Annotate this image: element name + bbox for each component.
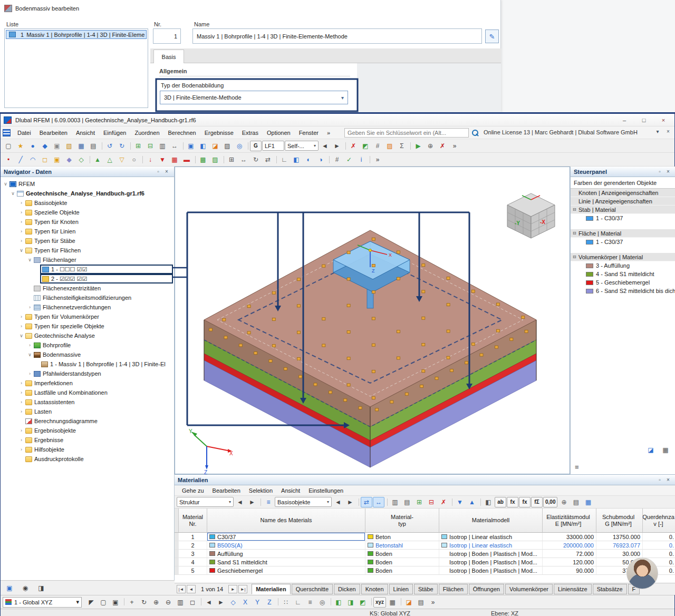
coordinate-system-combo[interactable]: 1 - Global XYZ ▾ — [3, 597, 82, 608]
tree-item[interactable]: › Lastassistenten — [1, 397, 174, 407]
expander-icon[interactable]: ∨ — [27, 257, 33, 262]
expander-icon[interactable]: › — [18, 324, 24, 329]
guidelines-icon[interactable]: ▥ — [157, 141, 168, 151]
zoom-all-icon[interactable]: ◻ — [187, 597, 198, 608]
measure-icon[interactable]: ∟ — [278, 154, 290, 165]
cat-prev-icon[interactable]: ◄ — [332, 497, 344, 507]
select-pointer-icon[interactable]: ◤ — [85, 597, 97, 608]
table-tab[interactable]: Stäbe — [414, 584, 438, 594]
toolbar-icon[interactable] — [181, 141, 185, 151]
table-category-combo[interactable]: Basisobjekte ▾ — [275, 497, 332, 507]
insert-row-icon[interactable]: ⊞ — [413, 497, 425, 507]
insert-opening-icon[interactable]: ▣ — [51, 154, 63, 165]
row-selector[interactable] — [175, 550, 179, 558]
workplane-xz-icon[interactable]: ◨ — [345, 597, 356, 608]
float-panel-icon[interactable]: ▫ — [655, 477, 664, 483]
panel-row[interactable]: Knoten | Anzeigeeigenschaften — [571, 189, 675, 197]
copy-object-icon[interactable]: ⊞ — [226, 154, 237, 165]
view-toolbar-icon[interactable] — [199, 597, 202, 607]
tree-item[interactable]: › Basisobjekte — [1, 198, 174, 208]
snap-grid-icon[interactable]: ∷ — [280, 597, 292, 608]
toolbar-icon[interactable] — [274, 155, 278, 164]
column-header[interactable]: Material- typ — [365, 509, 439, 532]
table-edit-icon[interactable]: ⊟ — [144, 141, 156, 151]
tree-item[interactable]: › Lastfälle und Kombinationen — [1, 388, 174, 397]
table-tab[interactable]: Liniensätze — [554, 584, 592, 594]
massive-list[interactable]: 1 Massiv 1 | Bohrprofile | 1-4 | 3D | Fi… — [4, 28, 148, 108]
prev-table-button[interactable]: ◄ — [187, 585, 196, 593]
view-mode-icon[interactable]: ◧ — [483, 497, 494, 507]
view-toolbar-icon[interactable] — [276, 597, 279, 607]
table-menu-item[interactable]: Selektion — [245, 486, 277, 495]
keyword-search[interactable] — [344, 128, 469, 138]
table-tab[interactable]: Stabsätze — [593, 584, 627, 594]
tree-item[interactable]: › Ergebnisobjekte — [1, 426, 174, 435]
move-object-icon[interactable]: ↔ — [238, 154, 249, 165]
material-row[interactable]: 1 C30/37 Beton Isotrop | Linear elastisc… — [175, 533, 675, 541]
table-help-icon[interactable]: ▦ — [582, 497, 594, 507]
snapshot-icon[interactable]: ▨ — [221, 141, 233, 151]
units-display[interactable]: 0,00 — [543, 497, 557, 507]
close-button[interactable]: × — [655, 115, 671, 125]
material-row[interactable]: 2 B500S(A) Betonstahl Isotrop | Linear e… — [175, 541, 675, 550]
navigator-header[interactable]: Navigator - Daten ▫ × — [1, 167, 174, 177]
search-object-icon[interactable]: ◎ — [234, 141, 245, 151]
column-header[interactable]: Materialmodell — [439, 509, 543, 532]
table-tab[interactable]: Dicken — [334, 584, 360, 594]
tree-item[interactable]: Ausdruckprotokolle — [1, 454, 174, 464]
clipping-plane-icon[interactable]: ◧ — [291, 154, 302, 165]
dlubal-online-icon[interactable]: ● — [27, 141, 38, 151]
tree-item[interactable]: Berechnungsdiagramme — [1, 416, 174, 426]
expander-icon[interactable]: › — [18, 210, 24, 215]
bim-link-icon[interactable]: ◆ — [39, 141, 51, 151]
panel-row[interactable]: ⊟ Fläche | Material — [571, 229, 675, 238]
loadcase-name-combo[interactable]: Self-... ▾ — [285, 141, 319, 151]
surface-support-icon[interactable]: ▽ — [116, 154, 128, 165]
table-rows-icon[interactable]: ▤ — [401, 497, 413, 507]
tree-item[interactable]: 1 - ☐☐☐ ☑☑ — [1, 265, 174, 274]
toolbar-icon[interactable] — [221, 155, 225, 164]
panel-row[interactable]: 6 - Sand S2 mitteldicht bis dich — [571, 287, 675, 295]
settings-icon[interactable]: ⊕ — [425, 141, 436, 151]
close-panel-icon[interactable]: × — [664, 169, 672, 174]
dimensions-icon[interactable]: ↔ — [169, 141, 180, 151]
tree-item[interactable]: › Ergebnisse — [1, 435, 174, 445]
insert-line-icon[interactable]: ╱ — [15, 154, 26, 165]
column-header[interactable]: Material Nr. — [179, 509, 207, 532]
tree-item[interactable]: ∨ Bodenmassive — [1, 350, 174, 359]
expander-icon[interactable]: ∨ — [18, 333, 24, 338]
materials-header[interactable]: Materialien ▫ × — [175, 475, 675, 485]
tree-item[interactable]: Flächensteifigkeitsmodifizierungen — [1, 293, 174, 302]
float-panel-icon[interactable]: ▫ — [655, 169, 664, 174]
search-icon[interactable] — [471, 129, 479, 136]
table-tab[interactable]: Linien — [389, 584, 413, 594]
material-row[interactable]: 4 Sand S1 mitteldicht Boden Isotrop | Bo… — [175, 558, 675, 566]
tree-item[interactable]: › Pfahlwiderstandstypen — [1, 369, 174, 378]
rotate-object-icon[interactable]: ↻ — [250, 154, 262, 165]
select-box-icon[interactable]: ▢ — [98, 597, 109, 608]
snap-ortho-icon[interactable]: ∟ — [292, 597, 304, 608]
view-toolbar-icon[interactable] — [329, 597, 332, 607]
renumber-icon[interactable]: # — [331, 154, 343, 165]
collapse-icon[interactable]: ⊟ — [573, 255, 578, 259]
nr-field[interactable]: 1 — [153, 28, 181, 44]
fx-icon[interactable]: fx — [507, 497, 518, 507]
tree-item[interactable]: › Bohrprofile — [1, 340, 174, 350]
menu-item[interactable]: Bearbeiten — [35, 128, 72, 138]
tree-item[interactable]: › Typen für spezielle Objekte — [1, 321, 174, 331]
panel-row[interactable]: ⊟ Volumenkörper | Material — [571, 253, 675, 261]
panel-row[interactable]: ⊟ Stab | Material — [571, 206, 675, 214]
toolbar-icon[interactable] — [100, 141, 103, 151]
mesh-settings-icon[interactable]: ▩ — [197, 154, 209, 165]
maximize-button[interactable]: □ — [636, 115, 652, 125]
tree-item[interactable]: › Typen für Volumenkörper — [1, 312, 174, 321]
expander-icon[interactable]: › — [27, 371, 33, 376]
more-bottom-icon[interactable]: » — [427, 597, 439, 608]
menu-item[interactable]: Einfügen — [99, 128, 130, 138]
tree-item[interactable]: ∨ Flächenlager — [1, 255, 174, 265]
warning-icon[interactable]: ✗ — [437, 141, 448, 151]
previous-view-icon[interactable]: ◄ — [203, 597, 215, 608]
panel-options-icon[interactable]: ▦ — [660, 445, 671, 455]
3d-viewport[interactable]: X Z -Y -X — [175, 167, 570, 474]
toolbar-icon[interactable] — [343, 141, 347, 151]
